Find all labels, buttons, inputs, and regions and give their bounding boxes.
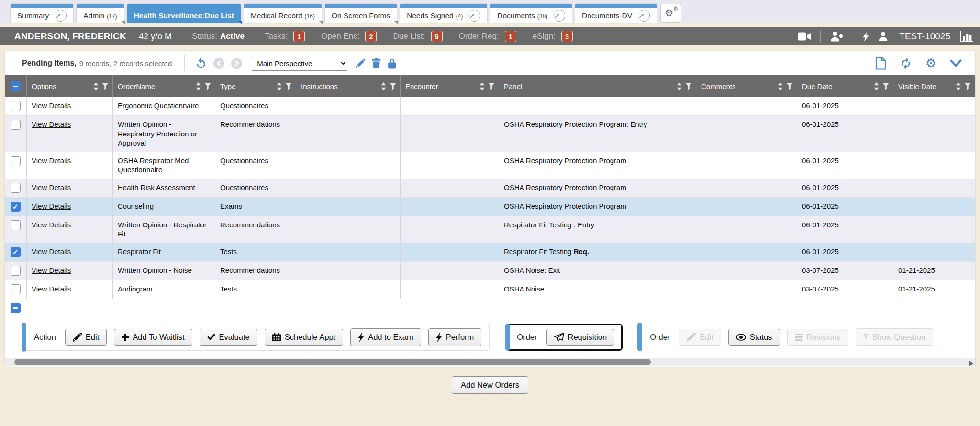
sort-icon[interactable] bbox=[956, 82, 961, 90]
perspective-select[interactable]: Main Perspective bbox=[252, 56, 347, 71]
view-details-link[interactable]: View Details bbox=[32, 101, 71, 110]
action-bar: ActionEditAdd To WaitlistEvaluateSchedul… bbox=[5, 316, 975, 358]
requisition-button[interactable]: Requisition bbox=[546, 329, 615, 346]
column-header-type[interactable]: Type bbox=[215, 75, 296, 97]
funnel-icon[interactable] bbox=[685, 83, 692, 90]
column-header-panel[interactable]: Panel bbox=[499, 75, 696, 97]
row-checkbox[interactable] bbox=[11, 220, 21, 230]
view-details-link[interactable]: View Details bbox=[32, 247, 71, 256]
popout-icon[interactable]: ↗ bbox=[55, 10, 67, 22]
schedule-appt-button[interactable]: Schedule Appt bbox=[265, 329, 343, 346]
type-cell-text: Tests bbox=[220, 247, 237, 256]
sort-icon[interactable] bbox=[479, 82, 485, 90]
funnel-icon[interactable] bbox=[786, 83, 793, 90]
person-add-icon[interactable] bbox=[830, 31, 843, 42]
lock-icon[interactable] bbox=[388, 58, 397, 69]
column-header-encounter[interactable]: Encounter bbox=[401, 75, 499, 97]
tab-health-surveillance-due-list[interactable]: Health Surveillance:Due List bbox=[127, 4, 241, 23]
tab-medical-record[interactable]: Medical Record(16) bbox=[244, 4, 322, 23]
horizontal-scrollbar[interactable] bbox=[5, 358, 975, 366]
funnel-icon[interactable] bbox=[964, 83, 971, 90]
refresh-icon[interactable] bbox=[900, 57, 912, 69]
view-details-link[interactable]: View Details bbox=[32, 266, 71, 274]
row-checkbox[interactable] bbox=[11, 120, 21, 130]
sort-icon[interactable] bbox=[677, 82, 682, 90]
popout-icon[interactable]: ↗ bbox=[468, 10, 480, 22]
view-details-link[interactable]: View Details bbox=[32, 157, 71, 165]
counter-badge[interactable]: 9 bbox=[431, 31, 443, 42]
tab-documents[interactable]: Documents(38)↗ bbox=[490, 4, 572, 23]
row-checkbox[interactable] bbox=[11, 247, 21, 257]
sort-icon[interactable] bbox=[196, 82, 201, 90]
scrollbar-thumb[interactable] bbox=[14, 359, 651, 365]
status-button[interactable]: Status bbox=[728, 329, 780, 346]
video-camera-icon[interactable] bbox=[798, 32, 811, 41]
funnel-icon[interactable] bbox=[285, 83, 292, 90]
perform-button[interactable]: Perform bbox=[428, 328, 482, 346]
sort-icon[interactable] bbox=[93, 82, 99, 90]
counter-badge[interactable]: 3 bbox=[561, 31, 573, 42]
column-header-due-date[interactable]: Due Date bbox=[797, 75, 893, 97]
due-date-cell: 06-01-2025 bbox=[797, 152, 893, 179]
gear-icon[interactable]: ⚙ bbox=[925, 57, 936, 69]
patient-id: TEST-10025 bbox=[899, 31, 950, 42]
pencil-icon[interactable] bbox=[356, 59, 365, 68]
sort-icon[interactable] bbox=[778, 82, 783, 90]
scroll-right-arrow-icon[interactable] bbox=[969, 359, 973, 367]
bar-chart-icon[interactable] bbox=[960, 31, 973, 42]
send-icon bbox=[554, 333, 564, 342]
row-checkbox[interactable] bbox=[11, 101, 21, 111]
sort-icon[interactable] bbox=[874, 82, 879, 90]
add-to-exam-button[interactable]: Add to Exam bbox=[350, 328, 421, 346]
row-checkbox[interactable] bbox=[11, 183, 21, 193]
undo-icon[interactable] bbox=[195, 57, 207, 69]
funnel-icon[interactable] bbox=[488, 83, 495, 90]
tab-summary[interactable]: Summary↗ bbox=[11, 4, 73, 23]
select-all-checkbox[interactable] bbox=[11, 81, 21, 91]
lightning-icon[interactable] bbox=[863, 32, 869, 42]
order-name-cell: Written Opinion - Noise bbox=[113, 262, 215, 280]
funnel-icon[interactable] bbox=[204, 83, 211, 90]
funnel-icon[interactable] bbox=[102, 83, 109, 90]
row-checkbox[interactable] bbox=[11, 284, 21, 294]
tab-documents-dv[interactable]: Documents-DV↗ bbox=[575, 4, 657, 23]
view-details-link[interactable]: View Details bbox=[32, 120, 71, 128]
icon-separator bbox=[820, 30, 821, 43]
grid-title: Pending Items, bbox=[22, 59, 77, 67]
column-header-visible-date[interactable]: Visible Date bbox=[893, 75, 975, 97]
tab-settings-button[interactable]: ⚙ ⚙ bbox=[660, 4, 681, 23]
evaluate-button[interactable]: Evaluate bbox=[200, 329, 257, 346]
sort-icon[interactable] bbox=[381, 82, 386, 90]
column-header-comments[interactable]: Comments bbox=[696, 75, 797, 97]
column-header-options[interactable]: Options bbox=[27, 75, 113, 97]
column-header-instructions[interactable]: Instructions bbox=[296, 75, 401, 97]
add-to-waitlist-button[interactable]: Add To Waitlist bbox=[114, 329, 192, 346]
edit-button[interactable]: Edit bbox=[65, 329, 107, 346]
row-checkbox[interactable] bbox=[11, 156, 21, 166]
row-checkbox[interactable] bbox=[11, 202, 21, 212]
tab-admin[interactable]: Admin(17) bbox=[77, 4, 123, 23]
chevron-down-icon[interactable] bbox=[950, 59, 962, 67]
popout-icon[interactable]: ↗ bbox=[638, 10, 650, 22]
type-cell: Tests bbox=[215, 280, 296, 299]
person-icon[interactable] bbox=[879, 32, 888, 41]
counter-badge[interactable]: 2 bbox=[365, 31, 377, 42]
funnel-icon[interactable] bbox=[882, 83, 889, 90]
view-details-link[interactable]: View Details bbox=[32, 202, 71, 210]
funnel-icon[interactable] bbox=[390, 83, 396, 90]
view-details-link[interactable]: View Details bbox=[32, 285, 71, 293]
tab-needs-signed[interactable]: Needs Signed(4)↗ bbox=[400, 4, 487, 23]
add-new-orders-button[interactable]: Add New Orders bbox=[452, 376, 528, 394]
popout-icon[interactable]: ↗ bbox=[553, 10, 565, 22]
view-details-link[interactable]: View Details bbox=[32, 221, 71, 229]
column-header-ordername[interactable]: OrderName bbox=[113, 75, 215, 97]
trash-icon[interactable] bbox=[372, 58, 381, 68]
counter-badge[interactable]: 1 bbox=[505, 31, 516, 42]
new-document-icon[interactable] bbox=[875, 57, 886, 70]
row-checkbox[interactable] bbox=[11, 266, 21, 276]
tab-on-screen-forms[interactable]: On Screen Forms bbox=[325, 4, 397, 23]
view-details-link[interactable]: View Details bbox=[32, 183, 71, 191]
select-all-checkbox-bottom[interactable] bbox=[11, 303, 21, 313]
counter-badge[interactable]: 1 bbox=[293, 31, 305, 42]
sort-icon[interactable] bbox=[277, 82, 282, 90]
